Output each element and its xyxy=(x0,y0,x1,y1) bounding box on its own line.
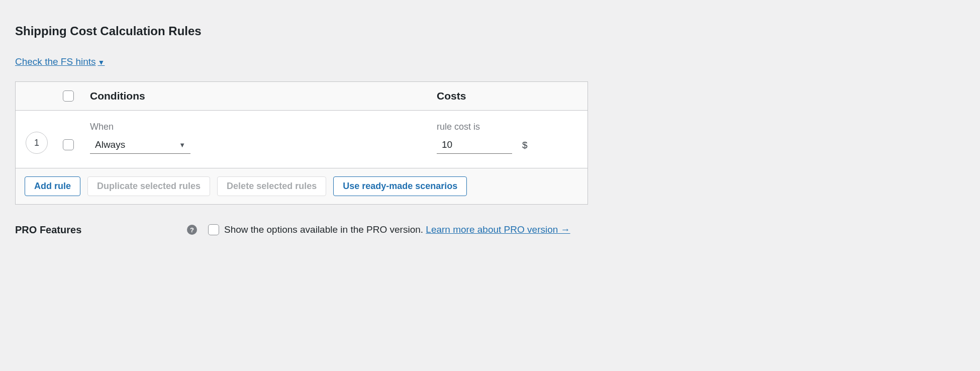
when-label: When xyxy=(90,122,437,132)
select-all-checkbox[interactable] xyxy=(63,90,74,102)
costs-header: Costs xyxy=(437,90,587,102)
use-scenarios-button[interactable]: Use ready-made scenarios xyxy=(333,176,467,196)
help-icon[interactable]: ? xyxy=(187,225,197,235)
rule-number: 1 xyxy=(26,132,48,154)
pro-checkbox-text: Show the options available in the PRO ve… xyxy=(224,224,423,235)
cost-input[interactable] xyxy=(437,137,512,154)
pro-features-row: PRO Features ? Show the options availabl… xyxy=(15,223,965,237)
rules-table-header: Conditions Costs xyxy=(16,82,587,111)
conditions-header: Conditions xyxy=(90,90,437,102)
chevron-down-icon: ▼ xyxy=(179,141,185,149)
delete-rules-button[interactable]: Delete selected rules xyxy=(217,176,326,196)
duplicate-rules-button[interactable]: Duplicate selected rules xyxy=(87,176,210,196)
pro-learn-more-link[interactable]: Learn more about PRO version → xyxy=(426,224,570,235)
table-row: 1 When Always ▼ rule cost is $ xyxy=(16,122,587,154)
rule-select-checkbox[interactable] xyxy=(63,139,74,150)
rules-table-footer: Add rule Duplicate selected rules Delete… xyxy=(16,168,587,204)
section-title: Shipping Cost Calculation Rules xyxy=(15,24,965,38)
condition-select[interactable]: Always ▼ xyxy=(90,137,190,154)
pro-options-checkbox[interactable] xyxy=(208,224,219,235)
add-rule-button[interactable]: Add rule xyxy=(25,176,80,196)
fs-hints-link-text: Check the FS hints xyxy=(15,56,96,67)
rules-table: Conditions Costs 1 When Always ▼ xyxy=(15,81,588,205)
rules-table-body: 1 When Always ▼ rule cost is $ xyxy=(16,111,587,168)
pro-features-label: PRO Features xyxy=(15,224,187,236)
condition-value: Always xyxy=(95,139,125,150)
currency-symbol: $ xyxy=(522,140,528,154)
chevron-down-icon: ▼ xyxy=(98,58,105,66)
cost-label: rule cost is xyxy=(437,122,587,132)
fs-hints-link[interactable]: Check the FS hints▼ xyxy=(15,56,105,67)
